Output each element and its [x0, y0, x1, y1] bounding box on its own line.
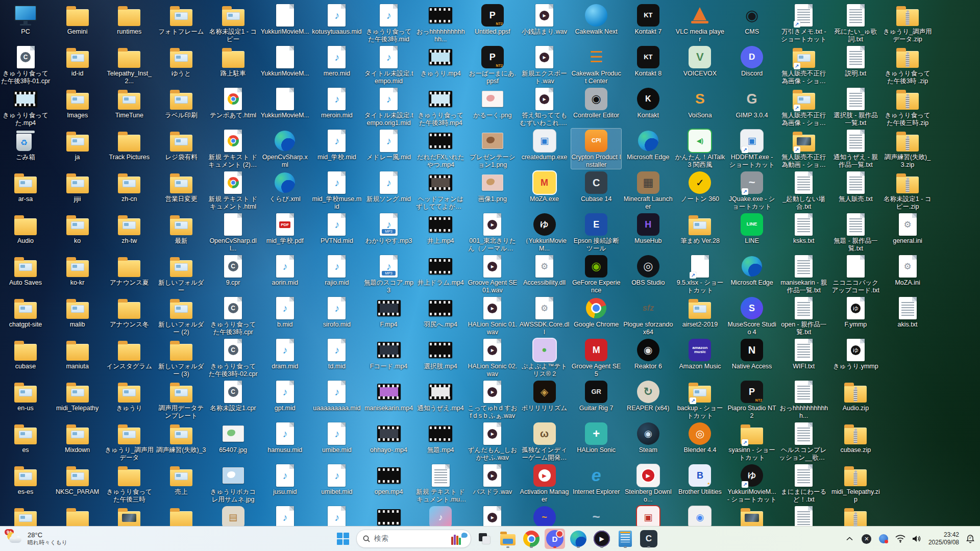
edge-button[interactable]	[568, 529, 589, 549]
desktop-icon[interactable]: KTKontakt 8	[623, 45, 673, 78]
start-button[interactable]	[333, 529, 353, 549]
desktop-icon[interactable]: open - 親作品一覧.txt	[779, 296, 829, 336]
desktop-icon[interactable]: Auto Saves	[1, 254, 51, 287]
desktop-icon[interactable]: ♪umibe.mid	[312, 421, 362, 454]
desktop-icon[interactable]: EEpson 接続診断ツール	[571, 212, 621, 253]
desktop-icon[interactable]: ゆうと	[156, 45, 206, 78]
desktop-icon[interactable]: ω孤独なインディーゲーム開発者の一生 ...	[520, 421, 570, 462]
desktop-icon[interactable]: 筆まめ Ver.28	[675, 212, 725, 245]
desktop-icon[interactable]: PNT2Untitled.ppsf	[468, 3, 518, 36]
desktop-icon[interactable]: C名称未設定1.cpr	[208, 380, 258, 412]
desktop-icon[interactable]: zh-cn	[104, 170, 154, 203]
desktop-icon[interactable]: きゅうり	[104, 380, 154, 412]
desktop-icon[interactable]: きゅうり食ってた.mp4	[1, 87, 51, 127]
desktop-icon[interactable]: ♪メドレー風.mid	[364, 129, 414, 161]
tray-app-close-icon[interactable]: ✕	[861, 533, 872, 544]
desktop-icon[interactable]: ◉Controller Editor	[571, 87, 621, 119]
desktop-icon[interactable]: アナウンス夏	[104, 254, 154, 287]
desktop-icon[interactable]: ▶ずんだもん_しおかせふ.wav	[468, 421, 518, 462]
desktop-icon[interactable]: ▶Activation Manager	[520, 463, 570, 504]
desktop-icon[interactable]: chatgpt-site	[1, 296, 51, 329]
desktop-icon[interactable]: 名称未設定1 - コピー.zip	[883, 170, 933, 211]
desktop-icon[interactable]: PDFmid_学校.pdf	[260, 212, 310, 245]
desktop-icon[interactable]: 新規 テキスト ドキュメント.musicxml	[415, 463, 465, 504]
desktop-icon[interactable]: VLC media player	[675, 3, 725, 43]
desktop-icon[interactable]: ▣createdump.exe	[520, 129, 570, 161]
file-explorer-button[interactable]	[498, 529, 518, 549]
desktop-icon[interactable]: GGIMP 3.0.4	[727, 87, 777, 119]
desktop-icon[interactable]: eInternet Explorer	[571, 463, 621, 496]
desktop-icon[interactable]: 井上.mp4	[415, 212, 465, 245]
desktop-icon[interactable]: KTKontakt 7	[623, 3, 673, 36]
desktop-icon[interactable]: 最新	[156, 212, 206, 245]
desktop-icon[interactable]: インスタグラム	[104, 338, 154, 370]
desktop-icon[interactable]: Microsoft Edge	[623, 129, 673, 161]
desktop-icon[interactable]: Cきゅうり食ってた午後3時-02.cpr	[208, 338, 258, 378]
desktop-icon[interactable]: きゅうり_調声用データ.zip	[883, 3, 933, 43]
desktop-icon[interactable]: ラベル印刷	[156, 87, 206, 119]
desktop-icon[interactable]: YukkuriMovieM...	[260, 45, 310, 78]
desktop-icon[interactable]: 新規 テキスト ドキュメント.html	[208, 170, 258, 211]
desktop-icon[interactable]: ♪mero.mid	[312, 45, 362, 78]
desktop-icon[interactable]: sfzPlogue sforzando x64	[623, 296, 673, 336]
desktop-icon[interactable]: 無題.mp4	[415, 421, 465, 454]
desktop-icon[interactable]: en-us	[1, 380, 51, 412]
desktop-icon[interactable]: ゆきゅうり.ymmp	[830, 338, 880, 370]
desktop-icon[interactable]: まにまにわーるど！.txt	[779, 463, 829, 504]
desktop-icon[interactable]: ♪b.mid	[260, 296, 310, 329]
desktop-icon[interactable]: 名称未設定1 - コピー	[208, 3, 258, 43]
desktop-icon[interactable]: 選択肢.mp4	[415, 338, 465, 370]
notification-bell-dnd-icon[interactable]: zz	[965, 533, 976, 544]
desktop-icon[interactable]: くらび.xml	[260, 170, 310, 203]
desktop-icon[interactable]: ▣↗HDDFMT.exe - ショートカット	[727, 129, 777, 169]
desktop-icon[interactable]: ◀)かんたん！AITalk 3 関西風	[675, 129, 725, 169]
desktop-icon[interactable]: PC	[1, 3, 51, 36]
desktop-icon[interactable]: フォトフレーム	[156, 3, 206, 36]
desktop-icon[interactable]: 売上	[156, 463, 206, 496]
desktop-icon[interactable]: ⚙MoZA.ini	[883, 254, 933, 287]
desktop-icon[interactable]: NNative Access	[727, 338, 777, 370]
desktop-icon[interactable]: ♪umibet.mid	[312, 463, 362, 496]
weather-widget[interactable]: 9+ 28°C 晴れ時々くもり	[0, 527, 74, 551]
desktop-icon[interactable]: ◉CMS	[727, 3, 777, 36]
desktop-icon[interactable]: ♪新規ソング.mid	[364, 170, 414, 203]
desktop-icon[interactable]: 井上ドラム.mp4	[415, 254, 465, 287]
media-player-button[interactable]: ▶	[592, 529, 612, 549]
desktop-icon[interactable]: SVoiSona	[675, 87, 725, 119]
search-box[interactable]: 検索	[356, 530, 471, 548]
desktop-icon[interactable]: ◎OBS Studio	[623, 254, 673, 287]
desktop-icon[interactable]: akis.txt	[883, 296, 933, 329]
desktop-icon[interactable]: ♪uaaaaaaaaa.mid	[312, 380, 362, 412]
desktop-icon[interactable]: ↻REAPER (x64)	[623, 380, 673, 412]
discord-button[interactable]: D	[545, 529, 565, 549]
desktop-icon[interactable]: きゅうり.mp4	[415, 45, 465, 78]
desktop-icon[interactable]: ↗無人販売不正行為画像 - ショートカッ...	[779, 45, 829, 85]
desktop-icon[interactable]: ↗backup - ショートカット	[675, 380, 725, 420]
desktop-icon[interactable]: プレゼンテーション1.png	[468, 129, 518, 169]
desktop-icon[interactable]: 新しいフォルダー	[156, 254, 206, 294]
wifi-icon[interactable]	[895, 533, 906, 544]
desktop-icon[interactable]: amazon musicAmazon Music	[675, 338, 725, 370]
desktop-icon[interactable]: 画像1.png	[468, 170, 518, 203]
desktop-icon[interactable]: ▶バスドラ.wav	[468, 463, 518, 496]
desktop-icon[interactable]: 無人販売.txt	[830, 170, 880, 203]
desktop-icon[interactable]: 無題 - 親作品一覧.txt	[830, 212, 880, 253]
desktop-icon[interactable]: ~↗JQuake.exe - ショートカット	[727, 170, 777, 211]
desktop-icon[interactable]: NKSC_PARAM	[53, 463, 103, 496]
volume-icon[interactable]	[912, 533, 923, 544]
desktop-icon[interactable]: jijii	[53, 170, 103, 203]
cubase-button[interactable]: C	[639, 529, 659, 549]
desktop-icon[interactable]: テンポあて.html	[208, 87, 258, 119]
desktop-icon[interactable]: ↗syasinn - ショートカット	[727, 421, 777, 462]
desktop-icon[interactable]: malib	[53, 296, 103, 329]
desktop-icon[interactable]: HMuseHub	[623, 212, 673, 245]
desktop-icon[interactable]: CCubase 14	[571, 170, 621, 203]
desktop-icon[interactable]: Mixdown	[53, 421, 103, 454]
desktop-icon[interactable]: GRGuitar Rig 7	[571, 380, 621, 412]
desktop-icon[interactable]: Gemini	[53, 3, 103, 36]
desktop-icon[interactable]: ゆF.ymmp	[830, 296, 880, 329]
desktop-icon[interactable]: cubase.zip	[830, 421, 880, 454]
desktop-icon[interactable]: 通知うぜえ - 親作品一覧.txt	[830, 129, 880, 169]
desktop-icon[interactable]: Cきゅうり食ってた午後3時.cpr	[208, 296, 258, 336]
desktop-icon[interactable]: Audio	[1, 212, 51, 245]
